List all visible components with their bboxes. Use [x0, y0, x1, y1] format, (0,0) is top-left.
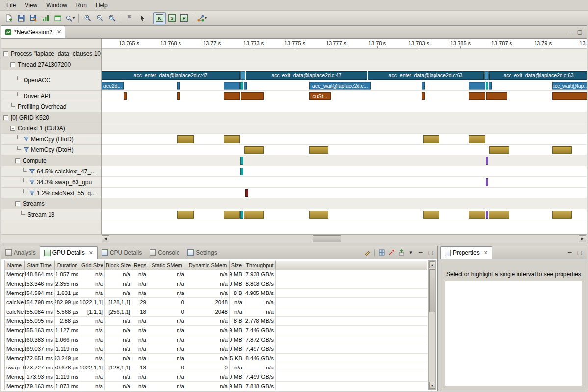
interval-bar[interactable]: acc_wait@lap...	[552, 82, 587, 89]
horizontal-scrollbar[interactable]: ◀ ▶	[102, 234, 587, 243]
save-session-as-button[interactable]	[27, 12, 39, 24]
maximize-icon[interactable]: ▢	[575, 28, 584, 37]
interval-bar[interactable]	[422, 82, 425, 89]
table-row[interactable]: Memcpy172.651 ms93.249 µsn/an/an/an/an/a…	[5, 354, 427, 363]
collapse-icon[interactable]: −	[10, 62, 15, 67]
tree-row[interactable]: OpenACC	[1, 70, 101, 91]
column-header[interactable]: Size	[230, 260, 244, 270]
collapse-icon[interactable]: −	[15, 158, 20, 163]
tab-settings[interactable]: Settings	[183, 246, 221, 259]
scroll-down-arrow[interactable]: ▼	[429, 382, 435, 389]
interval-bar[interactable]	[245, 189, 248, 197]
close-icon[interactable]: ✕	[57, 29, 61, 35]
interval-bar[interactable]: cuSt...	[309, 92, 331, 100]
column-header[interactable]: Block Size	[105, 260, 132, 270]
interval-bar[interactable]: acc_exit_data@laplace2d.c:63	[489, 71, 587, 80]
table-row[interactable]: calcNext154.798 ms282.99 µs[1022,1,1][12…	[5, 298, 427, 307]
table-row[interactable]: swap_63173.727 ms150.678 µs[1022,1,1][12…	[5, 363, 427, 372]
tree-row[interactable]: Stream 13	[1, 209, 101, 220]
interval-bar[interactable]	[469, 82, 485, 89]
table-row[interactable]: Memcpy155.163 ms1.127 msn/an/an/an/an/a9…	[5, 326, 427, 335]
interval-bar[interactable]	[240, 168, 243, 175]
close-icon[interactable]: ✕	[484, 250, 488, 256]
zoom-in-button[interactable]	[81, 12, 94, 24]
save-session-button[interactable]	[15, 12, 27, 24]
minimize-icon[interactable]: ─	[565, 28, 574, 37]
zoom-out-button[interactable]	[94, 12, 106, 24]
search-button[interactable]: ▾	[64, 12, 76, 24]
interval-bar[interactable]	[224, 135, 240, 143]
interval-bar[interactable]	[224, 92, 240, 100]
scroll-left-arrow[interactable]: ◀	[102, 235, 109, 242]
add-marker-button[interactable]	[124, 12, 136, 24]
tree-row[interactable]: 64.5% calcNext_47_...	[1, 166, 101, 177]
tree-row[interactable]: −Compute	[1, 155, 101, 166]
menu-file[interactable]: File	[2, 1, 20, 10]
interval-bar[interactable]	[124, 92, 127, 100]
interval-bar[interactable]	[423, 211, 439, 219]
interval-bar[interactable]	[552, 92, 587, 100]
column-header[interactable]: Dynamic SMem	[186, 260, 230, 270]
tree-row[interactable]: Profiling Overhead	[1, 101, 101, 112]
tree-row[interactable]: MemCpy (DtoH)	[1, 145, 101, 155]
vertical-scrollbar[interactable]: ▲ ▼	[428, 260, 436, 390]
interval-bar[interactable]	[469, 211, 485, 219]
interval-bar[interactable]	[486, 92, 507, 100]
process-timeline-toggle[interactable]: P	[178, 12, 190, 24]
interval-bar[interactable]	[177, 211, 194, 219]
tab-analysis[interactable]: Analysis	[1, 246, 40, 259]
new-session-button[interactable]	[2, 12, 15, 24]
column-header[interactable]: Throughput	[244, 260, 276, 270]
interval-bar[interactable]	[240, 211, 243, 219]
view-menu-icon[interactable]: ▾	[407, 248, 415, 257]
menu-run[interactable]: Run	[72, 1, 91, 10]
interval-bar[interactable]: acc_exit_data@laplace2d.c:47	[246, 71, 367, 80]
collapse-icon[interactable]: −	[15, 201, 20, 206]
close-icon[interactable]: ✕	[89, 250, 93, 256]
interval-bar[interactable]	[224, 82, 240, 89]
column-header[interactable]: Grid Size	[80, 260, 105, 270]
scroll-up-arrow[interactable]: ▲	[429, 261, 435, 268]
tab-session[interactable]: *NewSession2 ✕	[1, 26, 65, 38]
interval-bar[interactable]	[240, 71, 245, 80]
table-row[interactable]: Memcpy154.594 ms1.631 µsn/an/an/an/an/a8…	[5, 289, 427, 298]
interval-bar[interactable]	[489, 211, 509, 219]
interval-bar[interactable]	[486, 82, 488, 89]
tree-row[interactable]: −Thread 2741307200	[1, 59, 101, 70]
tree-row[interactable]: 1.2% calcNext_55_g...	[1, 188, 101, 198]
table-row[interactable]: Memcpy179.163 ms1.073 msn/an/an/an/an/a9…	[5, 382, 427, 390]
scrollbar-thumb[interactable]	[313, 235, 341, 242]
interval-bar[interactable]	[244, 146, 264, 154]
tree-row[interactable]: −Streams	[1, 198, 101, 209]
menu-help[interactable]: Help	[91, 1, 112, 10]
column-header[interactable]: Start Time	[25, 260, 55, 270]
interval-bar[interactable]	[241, 92, 264, 100]
interval-bar[interactable]	[486, 211, 488, 219]
maximize-icon[interactable]: ▢	[575, 248, 584, 257]
export-icon[interactable]	[397, 248, 406, 257]
table-row[interactable]: Memcpy173.93 ms1.119 msn/an/an/an/an/a9 …	[5, 372, 427, 382]
show-view-button[interactable]	[51, 12, 64, 24]
scrollbar-thumb[interactable]	[429, 269, 435, 312]
tree-row[interactable]: 34.3% swap_63_gpu	[1, 177, 101, 188]
interval-bar[interactable]	[240, 157, 243, 165]
tab-cpu-details[interactable]: CPU Details	[98, 246, 146, 259]
column-header[interactable]: Duration	[55, 260, 80, 270]
minimize-icon[interactable]: ─	[565, 248, 574, 257]
table-row[interactable]: calcNext155.084 ms5.568 µs[1,1,1][256,1,…	[5, 307, 427, 317]
menu-window[interactable]: Window	[42, 1, 72, 10]
zoom-fit-button[interactable]	[106, 12, 118, 24]
column-header[interactable]: Name	[5, 260, 25, 270]
interval-bar[interactable]	[552, 211, 572, 219]
table-row[interactable]: Memcpy148.864 ms1.057 msn/an/an/an/an/a9…	[5, 270, 427, 279]
interval-bar[interactable]	[177, 135, 194, 143]
interval-bar[interactable]	[469, 135, 485, 143]
interval-bar[interactable]	[177, 82, 180, 89]
table-row[interactable]: Memcpy153.346 ms2.355 msn/an/an/an/an/a9…	[5, 279, 427, 289]
table-row[interactable]: Memcpy169.037 ms1.119 msn/an/an/an/an/a9…	[5, 344, 427, 354]
interval-bar[interactable]	[484, 71, 489, 80]
interval-bar[interactable]	[224, 211, 240, 219]
interval-bar[interactable]	[423, 135, 439, 143]
collapse-icon[interactable]: −	[3, 51, 8, 56]
interval-bar[interactable]	[486, 157, 488, 165]
